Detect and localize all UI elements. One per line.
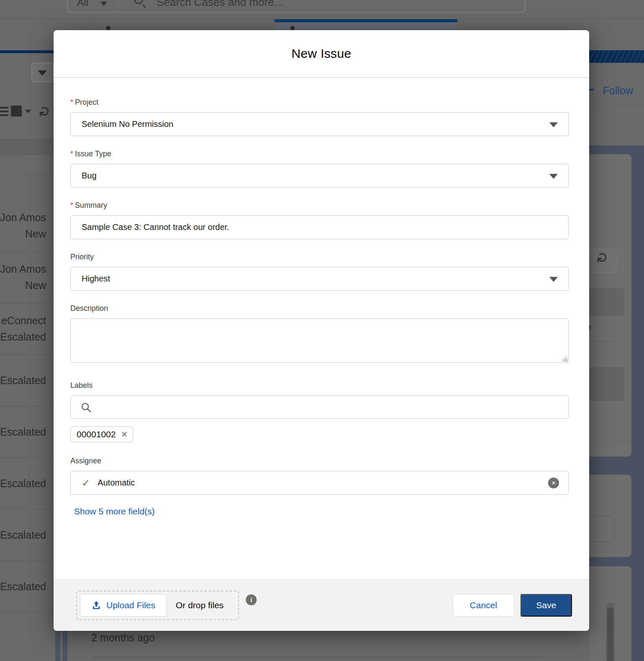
list-block-icon bbox=[11, 106, 22, 116]
refresh-icon: ↺ bbox=[595, 252, 610, 264]
clear-selection-button[interactable]: ✕ bbox=[548, 478, 559, 488]
chevron-down-icon bbox=[38, 70, 47, 76]
field-label-text: Priority bbox=[70, 253, 94, 261]
info-glyph: i bbox=[250, 596, 252, 604]
divider bbox=[118, 0, 118, 12]
search-placeholder: Search Cases and more... bbox=[157, 0, 283, 9]
field-label-text: Assignee bbox=[70, 457, 101, 465]
search-icon bbox=[81, 402, 92, 413]
timeline-rail bbox=[62, 631, 67, 661]
feed-strip: 2 months ago bbox=[54, 631, 589, 661]
dropdown-caret-icon bbox=[549, 277, 558, 282]
dialog-body: *Project Selenium No Permission *Issue T… bbox=[54, 78, 589, 516]
labels-search-input[interactable] bbox=[70, 395, 569, 419]
search-icon bbox=[134, 0, 143, 4]
assignee-combobox[interactable]: ✓ Automatic ✕ bbox=[70, 471, 569, 495]
status-badge: Escalated bbox=[0, 478, 46, 490]
required-asterisk: * bbox=[70, 150, 73, 158]
status-badge: Escalated bbox=[0, 426, 46, 438]
label-chip[interactable]: 00001002 ✕ bbox=[70, 426, 133, 442]
new-issue-dialog: New Issue *Project Selenium No Permissio… bbox=[54, 30, 589, 631]
app-window: All Search Cases and more... ↺ Jon Amos … bbox=[0, 0, 644, 661]
upload-files-label: Upload Files bbox=[106, 600, 155, 610]
field-label-text: Labels bbox=[70, 381, 93, 390]
file-dropzone[interactable]: Upload Files Or drop files bbox=[76, 591, 239, 620]
field-label-text: Summary bbox=[75, 201, 107, 209]
dropdown-caret-icon bbox=[549, 174, 558, 179]
clear-x-icon: ✕ bbox=[551, 480, 556, 486]
upload-files-button[interactable]: Upload Files bbox=[80, 594, 167, 617]
status-badge: Escalated bbox=[0, 581, 46, 593]
summary-label: *Summary bbox=[70, 201, 569, 210]
list-item: Escalated bbox=[0, 355, 54, 406]
project-combobox[interactable]: Selenium No Permission bbox=[70, 112, 569, 136]
save-button[interactable]: Save bbox=[520, 594, 572, 617]
list-lines-icon bbox=[0, 107, 8, 108]
dialog-footer: Upload Files Or drop files i Cancel Save bbox=[54, 579, 589, 631]
list-item: Jon Amos New bbox=[0, 252, 54, 303]
assignee-field-group: Assignee ✓ Automatic ✕ bbox=[70, 457, 569, 495]
refresh-button: ↺ bbox=[588, 249, 616, 273]
related-card bbox=[586, 475, 631, 557]
feed-card bbox=[586, 566, 631, 661]
status-badge: Escalated bbox=[0, 374, 46, 387]
field-label-text: Issue Type bbox=[75, 150, 111, 158]
issue-type-field-group: *Issue Type Bug bbox=[70, 150, 569, 188]
dropdown-caret-icon bbox=[549, 122, 558, 127]
dialog-title: New Issue bbox=[291, 46, 351, 61]
priority-combobox[interactable]: Highest bbox=[70, 267, 569, 291]
priority-label: Priority bbox=[70, 253, 569, 261]
feed-timestamp: 2 months ago bbox=[91, 632, 155, 644]
list-item: Jon Amos New bbox=[0, 200, 54, 252]
label-chip-text: 00001002 bbox=[77, 429, 116, 439]
case-detail-card: ↺ w bbox=[586, 154, 631, 457]
chip-remove-icon[interactable]: ✕ bbox=[121, 430, 128, 439]
drop-files-label: Or drop files bbox=[167, 600, 235, 610]
chevron-down-icon bbox=[100, 2, 107, 6]
global-search-bar: All Search Cases and more... bbox=[67, 0, 526, 13]
labels-label: Labels bbox=[70, 381, 569, 390]
case-header-pattern bbox=[589, 50, 644, 63]
field-block bbox=[586, 288, 624, 316]
case-list-rows: Jon Amos New Jon Amos New eConnect Escal… bbox=[0, 200, 54, 612]
divider bbox=[586, 341, 631, 342]
list-item: Escalated bbox=[0, 406, 54, 458]
assignee-label: Assignee bbox=[70, 457, 569, 465]
description-textarea[interactable] bbox=[70, 318, 569, 363]
list-item: eConnect Escalated bbox=[0, 303, 54, 355]
labels-field-group: Labels 00001002 ✕ bbox=[70, 381, 569, 442]
required-asterisk: * bbox=[70, 201, 73, 209]
divider bbox=[586, 104, 644, 104]
field-label-text: Project bbox=[75, 98, 98, 106]
description-label: Description bbox=[70, 304, 569, 313]
divider bbox=[92, 657, 544, 658]
check-icon: ✓ bbox=[82, 477, 90, 489]
divider bbox=[586, 440, 631, 440]
contact-name: Jon Amos bbox=[0, 212, 46, 224]
list-item: Escalated bbox=[0, 458, 54, 509]
contact-name: eConnect bbox=[1, 315, 46, 327]
description-field-group: Description bbox=[70, 304, 569, 364]
follow-button: Follow bbox=[603, 85, 633, 97]
upload-icon bbox=[91, 600, 101, 610]
summary-field-group: *Summary bbox=[70, 201, 569, 239]
timeline-rail bbox=[55, 631, 60, 661]
assignee-value: Automatic bbox=[98, 478, 135, 488]
show-more-fields-link[interactable]: Show 5 more field(s) bbox=[74, 506, 155, 516]
search-scope-dropdown: All bbox=[77, 0, 88, 8]
chevron-down-icon bbox=[25, 110, 31, 113]
list-filter-row bbox=[0, 156, 54, 174]
cancel-button[interactable]: Cancel bbox=[453, 594, 514, 617]
issue-type-value: Bug bbox=[82, 171, 97, 181]
status-badge: New bbox=[25, 228, 46, 240]
contact-name: Jon Amos bbox=[0, 263, 46, 275]
tab-active-indicator bbox=[274, 19, 457, 22]
case-page-background: ↺ w bbox=[586, 145, 644, 661]
project-label: *Project bbox=[70, 98, 569, 107]
priority-field-group: Priority Highest bbox=[70, 253, 569, 291]
field-label-text: Description bbox=[70, 304, 108, 312]
case-list-panel: ↺ Jon Amos New Jon Amos New eConnect Esc… bbox=[0, 53, 54, 661]
summary-input[interactable] bbox=[70, 215, 569, 239]
info-icon[interactable]: i bbox=[246, 594, 257, 605]
issue-type-combobox[interactable]: Bug bbox=[70, 164, 569, 188]
